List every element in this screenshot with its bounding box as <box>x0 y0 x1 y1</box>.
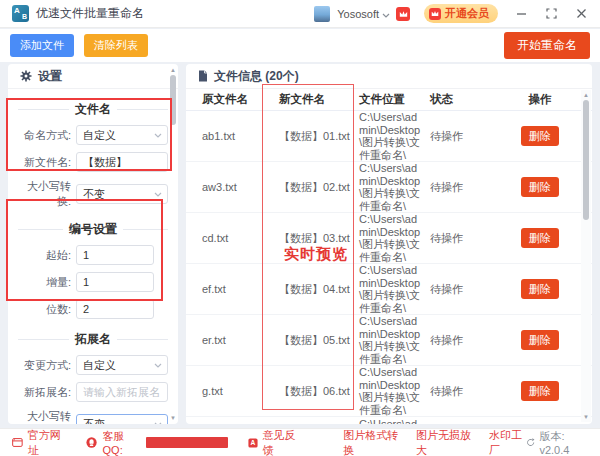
scroll-down-icon[interactable]: ▼ <box>170 415 176 421</box>
add-files-button[interactable]: 添加文件 <box>10 34 74 57</box>
new-extension-label: 新拓展名: <box>14 385 76 400</box>
scroll-up-icon[interactable]: ▲ <box>583 92 589 98</box>
username[interactable]: Yososoft <box>337 8 379 20</box>
start-number-label: 起始: <box>14 248 76 263</box>
new-extension-input[interactable] <box>76 382 168 402</box>
status-text: 待操作 <box>430 333 502 348</box>
app-window: AB 优速文件批量重命名 Yososoft 开通会员 <box>0 0 600 456</box>
start-number-input[interactable] <box>76 245 154 265</box>
settings-panel: 设置 文件名 命名方式: 自定义 新文件名: 大小写转换: 不变 编号设置 <box>8 64 178 424</box>
original-name: er.txt <box>202 334 279 346</box>
user-avatar[interactable] <box>314 6 330 22</box>
close-button[interactable] <box>574 7 588 21</box>
scroll-down-icon[interactable]: ▼ <box>583 414 589 420</box>
table-row: g.txt 【数据】06.txt C:\Users\admin\Desktop\… <box>186 366 592 417</box>
new-name: 【数据】04.txt <box>279 282 359 297</box>
new-name: 【数据】02.txt <box>279 180 359 195</box>
col-original-name: 原文件名 <box>202 92 279 107</box>
naming-method-select[interactable]: 自定义 <box>76 125 168 145</box>
file-location: C:\Users\admin\Desktop\图片转换\文件重命名\ <box>359 315 430 365</box>
digits-input[interactable] <box>76 299 154 319</box>
refresh-icon[interactable] <box>526 437 535 448</box>
svg-text:A: A <box>250 439 255 446</box>
version-info: 版本: v2.0.4 <box>526 429 588 456</box>
col-action: 操作 <box>502 92 578 107</box>
file-location: C:\Users\admin\Desktop\图片转换\文件重命名\ <box>359 264 430 314</box>
link-watermark-factory[interactable]: 水印工厂 <box>489 428 526 456</box>
minimize-button[interactable] <box>514 7 528 21</box>
qq-support[interactable]: 客服QQ: <box>86 429 227 456</box>
status-text: 待操作 <box>430 180 502 195</box>
file-info-panel: 文件信息 (20个) 原文件名 新文件名 文件位置 状态 操作 ab1.txt … <box>186 64 592 424</box>
section-numbering: 编号设置 <box>18 221 168 238</box>
table-row: ef.txt 【数据】04.txt C:\Users\admin\Desktop… <box>186 264 592 315</box>
section-filename: 文件名 <box>18 101 168 118</box>
file-location: C:\Users\admin\Desktop\图片转换\文件重命名\ <box>359 111 430 161</box>
original-name: ef.txt <box>202 283 279 295</box>
maximize-button[interactable] <box>544 7 558 21</box>
ext-case-convert-select[interactable]: 不变 <box>76 414 168 424</box>
increment-input[interactable] <box>76 272 154 292</box>
delete-button[interactable]: 删除 <box>521 177 559 197</box>
status-text: 待操作 <box>430 129 502 144</box>
table-scrollbar-thumb[interactable] <box>583 100 589 220</box>
status-text: 待操作 <box>430 384 502 399</box>
new-name: 【数据】03.txt <box>279 231 359 246</box>
col-location: 文件位置 <box>359 92 430 107</box>
chevron-down-icon[interactable] <box>382 7 390 21</box>
new-filename-input[interactable] <box>76 152 168 172</box>
file-location: C:\Users\admin\Desktop\图片转换\文件重命名\ <box>359 162 430 212</box>
toolbar: 添加文件 清除列表 开始重命名 <box>0 29 600 62</box>
table-scrollbar[interactable]: ▲ ▼ <box>581 90 591 422</box>
gear-icon <box>20 70 32 82</box>
file-icon <box>198 70 208 82</box>
delete-button[interactable]: 删除 <box>521 330 559 350</box>
official-site-link[interactable]: 官方网址 <box>12 428 64 456</box>
vip-badge-icon[interactable] <box>396 7 410 21</box>
app-title: 优速文件批量重命名 <box>36 5 144 22</box>
chevron-down-icon <box>154 363 162 368</box>
feedback-link[interactable]: A 意见反馈 <box>248 428 300 456</box>
new-name: 【数据】01.txt <box>279 129 359 144</box>
membership-crown-icon <box>429 8 441 20</box>
sidebar-scrollbar[interactable]: ▲ ▼ <box>169 65 177 423</box>
naming-method-label: 命名方式: <box>14 128 76 143</box>
original-name: cd.txt <box>202 232 279 244</box>
website-icon <box>12 437 23 448</box>
footer: 官方网址 客服QQ: A 意见反馈 图片格式转换 图片无损放大 水印工厂 <box>0 428 600 456</box>
change-method-select[interactable]: 自定义 <box>76 355 168 375</box>
file-location: C:\Users\admin\Desktop\图片转换\文件重命名\ <box>359 417 430 424</box>
open-membership-button[interactable]: 开通会员 <box>424 4 498 23</box>
qq-number-redaction <box>146 437 228 448</box>
delete-button[interactable]: 删除 <box>521 381 559 401</box>
delete-button[interactable]: 删除 <box>521 126 559 146</box>
delete-button[interactable]: 删除 <box>521 279 559 299</box>
status-text: 待操作 <box>430 231 502 246</box>
table-row: er.txt 【数据】05.txt C:\Users\admin\Desktop… <box>186 315 592 366</box>
sidebar-scrollbar-thumb[interactable] <box>170 75 176 125</box>
new-name: 【数据】06.txt <box>279 384 359 399</box>
settings-header: 设置 <box>8 64 178 89</box>
table-row: cd.txt 【数据】03.txt C:\Users\admin\Desktop… <box>186 213 592 264</box>
digits-label: 位数: <box>14 302 76 317</box>
file-info-header: 文件信息 (20个) <box>186 64 592 89</box>
link-image-lossless-upscale[interactable]: 图片无损放大 <box>416 428 472 456</box>
increment-label: 增量: <box>14 275 76 290</box>
original-name: ab1.txt <box>202 130 279 142</box>
clear-list-button[interactable]: 清除列表 <box>84 34 148 57</box>
table-row-partial: C:\Users\admin\Desktop\图片转换\文件重命名\ <box>186 417 592 424</box>
file-location: C:\Users\admin\Desktop\图片转换\文件重命名\ <box>359 366 430 416</box>
app-logo-icon: AB <box>12 5 29 22</box>
scroll-up-icon[interactable]: ▲ <box>170 67 176 73</box>
col-status: 状态 <box>430 92 502 107</box>
ext-case-convert-label: 大小写转换: <box>14 409 76 424</box>
qq-icon <box>86 436 97 449</box>
start-rename-button[interactable]: 开始重命名 <box>504 32 590 59</box>
col-new-name: 新文件名 <box>279 92 359 107</box>
case-convert-select[interactable]: 不变 <box>76 184 168 204</box>
section-extension: 拓展名 <box>18 331 168 348</box>
link-image-format-convert[interactable]: 图片格式转换 <box>343 428 399 456</box>
delete-button[interactable]: 删除 <box>521 228 559 248</box>
chevron-down-icon <box>154 192 162 197</box>
chevron-down-icon <box>154 133 162 138</box>
